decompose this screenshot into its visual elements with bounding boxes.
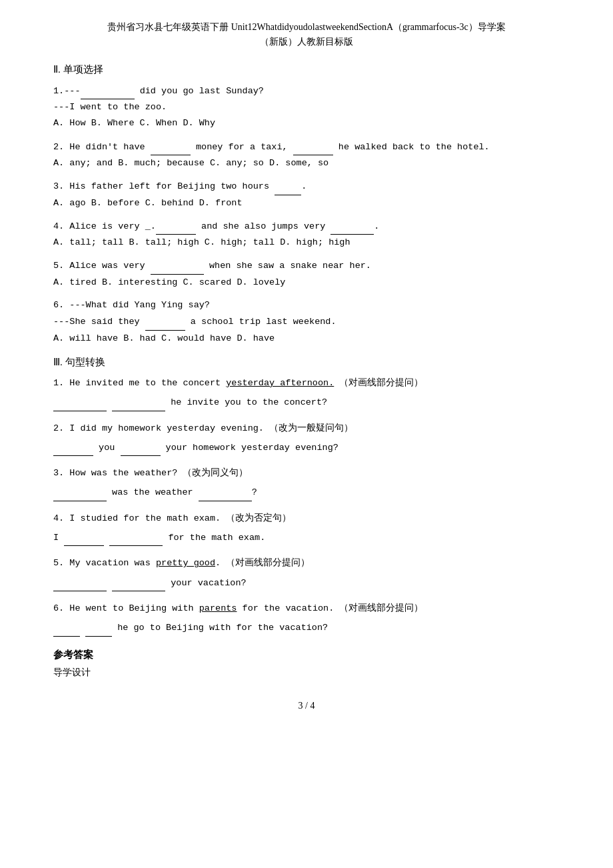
answer-text: 导学设计: [53, 664, 560, 681]
tq5-line: 5. My vacation was pretty good. （对画线部分提问…: [53, 555, 560, 571]
tq4-b2: [109, 529, 163, 546]
question-3: 3. His father left for Beijing two hours…: [53, 178, 560, 211]
tq5-b1: [53, 575, 107, 591]
q3-options: A. ago B. before C. behind D. front: [53, 195, 560, 211]
transform-q3: 3. How was the weather? （改为同义句） was the …: [53, 465, 560, 501]
q6-options: A. will have B. had C. would have D. hav…: [53, 331, 560, 347]
q2-options: A. any; and B. much; because C. any; so …: [53, 155, 560, 171]
section3-title: Ⅲ. 句型转换: [53, 356, 560, 369]
tq6-line: 6. He went to Beijing with parents for t…: [53, 601, 560, 617]
tq3-b2: [199, 484, 252, 501]
page-footer: 3 / 4: [53, 701, 560, 711]
tq1-b1: [53, 394, 107, 411]
tq1-b2: [112, 394, 165, 411]
transform-q1: 1. He invited me to the concert yesterda…: [53, 375, 560, 411]
q3-text: 3. His father left for Beijing two hours…: [53, 178, 560, 195]
q4-blank1: [156, 218, 196, 235]
question-5: 5. Alice was very when she saw a snake n…: [53, 257, 560, 291]
title-line2: （新版）人教新目标版: [53, 35, 560, 49]
q4-blank2: [330, 218, 374, 235]
tq1-underline: yesterday afternoon.: [226, 378, 334, 388]
transform-q2: 2. I did my homework yesterday evening. …: [53, 421, 560, 457]
q6-blank: [145, 313, 185, 330]
answer-title: 参考答案: [53, 649, 560, 661]
tq1-answer: he invite you to the concert?: [53, 394, 560, 411]
q1-blank: [81, 83, 135, 99]
title-line1: 贵州省习水县七年级英语下册 Unit12Whatdidyoudolastweek…: [53, 20, 560, 35]
question-2: 2. He didn't have money for a taxi, he w…: [53, 139, 560, 172]
q6-text1: 6. ---What did Yang Ying say?: [53, 297, 560, 313]
tq3-answer: was the weather ?: [53, 484, 560, 501]
answer-section: 参考答案 导学设计: [53, 649, 560, 681]
tq2-b1: [53, 439, 93, 456]
q5-blank: [151, 257, 204, 274]
tq6-b1: [53, 619, 80, 636]
tq3-line: 3. How was the weather? （改为同义句）: [53, 465, 560, 481]
transform-q6: 6. He went to Beijing with parents for t…: [53, 601, 560, 637]
page-number: 3 / 4: [299, 701, 315, 711]
tq1-line: 1. He invited me to the concert yesterda…: [53, 375, 560, 391]
q1-options: A. How B. Where C. When D. Why: [53, 115, 560, 131]
q5-options: A. tired B. interesting C. scared D. lov…: [53, 275, 560, 291]
q2-blank2: [293, 139, 333, 155]
tq4-b1: [64, 529, 104, 546]
tq2-answer: you your homework yesterday evening?: [53, 439, 560, 456]
q3-blank: [275, 178, 301, 195]
tq6-b2: [85, 619, 112, 636]
tq6-answer: he go to Beijing with for the vacation?: [53, 619, 560, 636]
transform-q4: 4. I studied for the math exam. （改为否定句） …: [53, 511, 560, 547]
tq6-underline: parents: [199, 603, 237, 613]
q1-text2: ---I went to the zoo.: [53, 99, 560, 115]
question-4: 4. Alice is very _. and she also jumps v…: [53, 218, 560, 251]
section2-title: Ⅱ. 单项选择: [53, 63, 560, 76]
tq5-b2: [112, 575, 165, 591]
q6-text2: ---She said they a school trip last week…: [53, 313, 560, 330]
tq5-answer: your vacation?: [53, 575, 560, 591]
question-6: 6. ---What did Yang Ying say? ---She sai…: [53, 297, 560, 347]
q4-text: 4. Alice is very _. and she also jumps v…: [53, 218, 560, 235]
q1-text: 1.--- did you go last Sunday?: [53, 83, 560, 99]
page-header: 贵州省习水县七年级英语下册 Unit12Whatdidyoudolastweek…: [53, 20, 560, 50]
q4-options: A. tall; tall B. tall; high C. high; tal…: [53, 235, 560, 251]
tq4-line: 4. I studied for the math exam. （改为否定句）: [53, 511, 560, 527]
transform-q5: 5. My vacation was pretty good. （对画线部分提问…: [53, 555, 560, 591]
q2-text: 2. He didn't have money for a taxi, he w…: [53, 139, 560, 155]
tq5-underline: pretty good: [156, 558, 215, 568]
question-1: 1.--- did you go last Sunday? ---I went …: [53, 83, 560, 132]
tq2-b2: [121, 439, 161, 456]
tq2-line: 2. I did my homework yesterday evening. …: [53, 421, 560, 437]
tq3-b1: [53, 484, 107, 501]
q2-blank1: [151, 139, 191, 155]
q5-text: 5. Alice was very when she saw a snake n…: [53, 257, 560, 274]
tq4-answer: I for the math exam.: [53, 529, 560, 546]
